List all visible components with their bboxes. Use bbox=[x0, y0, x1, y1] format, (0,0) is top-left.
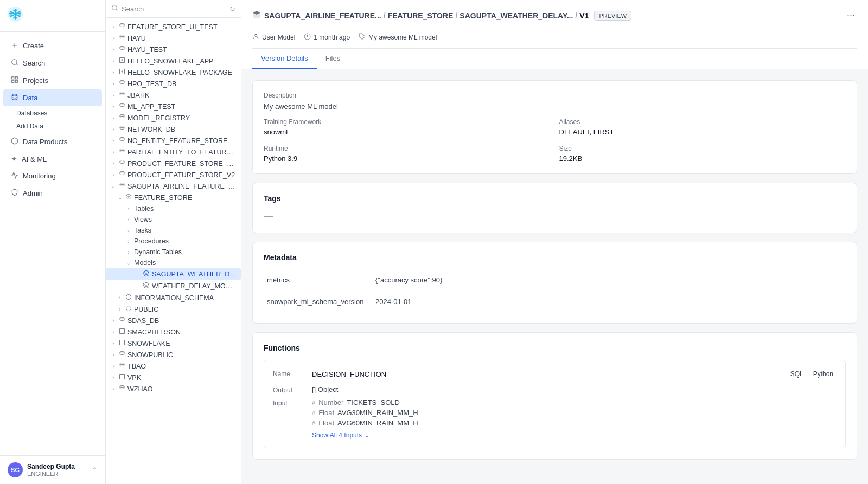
list-item[interactable]: › FEATURE_STORE_UI_TEST bbox=[106, 21, 241, 33]
breadcrumb-separator: / bbox=[384, 11, 386, 20]
list-item[interactable]: › WZHAO bbox=[106, 383, 241, 395]
chevron-right-icon: › bbox=[110, 386, 117, 392]
list-item[interactable]: › PARTIAL_ENTITY_TO_FEATURE_VIEW_LI... bbox=[106, 146, 241, 158]
user-name: Sandeep Gupta bbox=[27, 463, 75, 470]
training-framework-label: Training Framework bbox=[264, 118, 551, 126]
nav-label-monitoring: Monitoring bbox=[23, 172, 56, 180]
list-item[interactable]: › Tasks bbox=[106, 225, 241, 236]
size-item: Size 19.2KB bbox=[559, 145, 846, 163]
input-type-2: Float bbox=[318, 419, 334, 427]
app-icon bbox=[119, 57, 125, 65]
chevron-right-icon: › bbox=[110, 35, 117, 41]
svg-point-18 bbox=[12, 94, 17, 96]
size-value: 19.2KB bbox=[559, 154, 846, 163]
sidebar-footer: SG Sandeep Gupta ENGINEER ⌃ bbox=[0, 455, 105, 484]
db-icon bbox=[119, 46, 125, 54]
tree-item-label: FEATURE_STORE bbox=[134, 194, 237, 202]
tags-title: Tags bbox=[264, 194, 846, 203]
aliases-label: Aliases bbox=[559, 118, 846, 126]
collapse-sidebar-icon[interactable]: ⌃ bbox=[92, 466, 98, 474]
nav-sub-databases[interactable]: Databases bbox=[0, 107, 105, 120]
nav-sub-label-add-data: Add Data bbox=[16, 122, 43, 130]
refresh-icon[interactable]: ↻ bbox=[229, 5, 235, 13]
python-lang-button[interactable]: Python bbox=[810, 369, 837, 379]
metadata-value-1: 2024-01-01 bbox=[372, 291, 846, 313]
list-item[interactable]: › HAYU_TEST bbox=[106, 44, 241, 55]
chevron-down-icon: ⌄ bbox=[117, 195, 123, 201]
nav-item-projects[interactable]: Projects bbox=[3, 72, 102, 89]
input-list: # Number TICKETS_SOLD # Float AVG30MIN_R… bbox=[312, 398, 418, 427]
tree-search-input[interactable] bbox=[122, 5, 226, 13]
list-item[interactable]: › ML_APP_TEST bbox=[106, 101, 241, 112]
list-item[interactable]: › HELLO_SNOWFLAKE_APP bbox=[106, 55, 241, 67]
list-item[interactable]: › VPK bbox=[106, 372, 241, 383]
breadcrumb: SAGUPTA_AIRLINE_FEATURE... / FEATURE_STO… bbox=[252, 0, 857, 29]
input-label: Input bbox=[273, 398, 305, 407]
list-item[interactable]: ⌄ FEATURE_STORE bbox=[106, 192, 241, 203]
show-all-label: Show All 4 Inputs bbox=[312, 431, 362, 439]
list-item[interactable]: › JBAHK bbox=[106, 89, 241, 101]
list-item[interactable]: › MODEL_REGISTRY bbox=[106, 112, 241, 124]
nav-item-ai-ml[interactable]: ✦ AI & ML bbox=[3, 151, 102, 167]
user-model-icon bbox=[252, 33, 259, 42]
list-item[interactable]: › INFORMATION_SCHEMA bbox=[106, 292, 241, 304]
metadata-title: Metadata bbox=[264, 253, 846, 262]
tab-version-details[interactable]: Version Details bbox=[252, 49, 317, 69]
chevron-right-icon: › bbox=[110, 81, 117, 87]
list-item-active[interactable]: SAGUPTA_WEATHER_DELAY_... bbox=[106, 268, 241, 280]
tree-item-label: HPO_TEST_DB bbox=[127, 80, 237, 88]
chevron-right-icon: › bbox=[110, 352, 117, 358]
list-item[interactable]: › NO_ENTITY_FEATURE_STORE bbox=[106, 135, 241, 146]
sql-lang-button[interactable]: SQL bbox=[787, 369, 807, 379]
chevron-right-icon: › bbox=[125, 217, 132, 223]
more-options-button[interactable]: ··· bbox=[845, 8, 857, 23]
list-item[interactable]: › HPO_TEST_DB bbox=[106, 78, 241, 89]
chevron-down-icon: ⌄ bbox=[364, 431, 369, 439]
breadcrumb-part-1[interactable]: SAGUPTA_AIRLINE_FEATURE... bbox=[264, 11, 381, 20]
nav-item-create[interactable]: ＋ Create bbox=[3, 37, 102, 54]
file-tree-search: ↻ bbox=[106, 0, 241, 18]
svg-point-19 bbox=[112, 5, 117, 10]
nav-sub-add-data[interactable]: Add Data bbox=[0, 120, 105, 133]
list-item[interactable]: › HAYU bbox=[106, 33, 241, 44]
list-item[interactable]: › SNOWPUBLIC bbox=[106, 349, 241, 360]
list-item[interactable]: › PRODUCT_FEATURE_STORE_V2 bbox=[106, 169, 241, 180]
list-item[interactable]: › SNOWFLAKE bbox=[106, 338, 241, 349]
show-all-inputs-link[interactable]: Show All 4 Inputs ⌄ bbox=[273, 431, 837, 439]
app-icon bbox=[119, 339, 125, 347]
tags-card: Tags — bbox=[252, 183, 857, 233]
nav-item-data[interactable]: Data bbox=[3, 89, 102, 106]
list-item[interactable]: › Procedures bbox=[106, 236, 241, 247]
list-item[interactable]: WEATHER_DELAY_MODEL bbox=[106, 280, 241, 292]
list-item[interactable]: › TBAO bbox=[106, 360, 241, 372]
tab-files[interactable]: Files bbox=[317, 49, 349, 69]
app-logo bbox=[8, 7, 23, 25]
svg-point-42 bbox=[254, 34, 257, 36]
list-item[interactable]: ⌄ SAGUPTA_AIRLINE_FEATURE_STORE bbox=[106, 180, 241, 192]
app-icon bbox=[119, 68, 125, 76]
list-item[interactable]: ⌄ Models bbox=[106, 257, 241, 268]
nav-item-search[interactable]: Search bbox=[3, 55, 102, 72]
model-name-label: My awesome ML model bbox=[368, 34, 437, 41]
list-item[interactable]: › Views bbox=[106, 214, 241, 225]
breadcrumb-part-3[interactable]: SAGUPTA_WEATHER_DELAY... bbox=[459, 11, 573, 20]
breadcrumb-part-2[interactable]: FEATURE_STORE bbox=[388, 11, 454, 20]
db-icon bbox=[119, 385, 125, 393]
list-item[interactable]: › NETWORK_DB bbox=[106, 124, 241, 135]
db-icon bbox=[119, 137, 125, 145]
list-item[interactable]: › Tables bbox=[106, 203, 241, 214]
list-item[interactable]: › Dynamic Tables bbox=[106, 247, 241, 257]
chevron-right-icon: › bbox=[110, 104, 117, 109]
description-label: Description bbox=[264, 92, 846, 99]
list-item[interactable]: › SMACPHERSON bbox=[106, 326, 241, 338]
meta-row: User Model 1 month ago My awesome ML mod… bbox=[252, 29, 857, 48]
nav-item-data-products[interactable]: Data Products bbox=[3, 133, 102, 150]
list-item[interactable]: › HELLO_SNOWFLAKE_PACKAGE bbox=[106, 67, 241, 78]
list-item[interactable]: › PUBLIC bbox=[106, 304, 241, 315]
db-icon bbox=[119, 23, 125, 31]
nav-item-admin[interactable]: Admin bbox=[3, 185, 102, 202]
list-item[interactable]: › PRODUCT_FEATURE_STORE_MORE_ENT... bbox=[106, 158, 241, 169]
nav-item-monitoring[interactable]: Monitoring bbox=[3, 167, 102, 184]
list-item[interactable]: › SDAS_DB bbox=[106, 315, 241, 326]
nav-label-data: Data bbox=[23, 94, 37, 102]
